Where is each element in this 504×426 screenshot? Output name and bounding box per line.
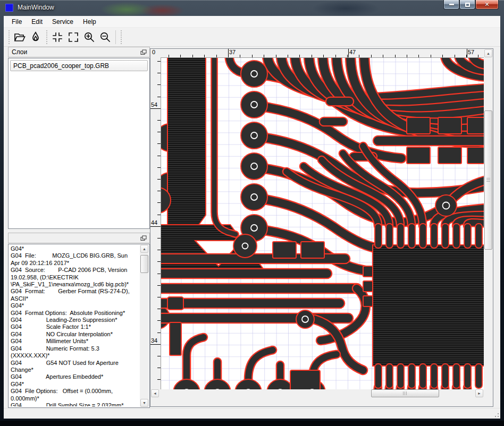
- zoom-in-icon: [83, 31, 96, 44]
- pcb-smd-pad: [301, 242, 324, 258]
- info-scrollbar[interactable]: ▲ ▼: [140, 245, 149, 407]
- pcb-smd-pad: [407, 147, 430, 164]
- pcb-gerber-view: [161, 58, 484, 398]
- toolbar-drag-handle[interactable]: [45, 30, 48, 44]
- open-file-icon: [13, 31, 26, 44]
- pcb-pad: [241, 184, 267, 210]
- zoom-out-button[interactable]: [97, 29, 113, 45]
- pcb-pad: [241, 61, 267, 87]
- pcb-smd-pad: [407, 117, 430, 134]
- client-area: FileEditServiceHelp: [4, 16, 500, 408]
- scrollbar-corner: [484, 389, 493, 398]
- float-panel-button[interactable]: [140, 235, 147, 242]
- ruler-label: 47: [349, 49, 356, 55]
- app-icon: [5, 4, 13, 12]
- menu-bar: FileEditServiceHelp: [4, 16, 500, 28]
- zoom-region-button[interactable]: [49, 29, 65, 45]
- ruler-label: 34: [151, 337, 157, 344]
- pcb-pad: [233, 234, 257, 258]
- window-title: MainWindow: [18, 4, 54, 11]
- scroll-up-arrow[interactable]: ▲: [484, 49, 492, 57]
- ruler-major-tick: [150, 226, 161, 227]
- toolbar-separator: [115, 30, 116, 44]
- ruler-major-tick: [228, 49, 229, 57]
- gerber-viewport: 0 374757 544434: [150, 48, 493, 407]
- pcb-pad: [241, 91, 267, 118]
- horizontal-scrollbar[interactable]: ◄ ►: [150, 389, 484, 398]
- pcb-pad: [363, 281, 373, 292]
- status-bar: [4, 408, 500, 419]
- pcb-smd-pad: [438, 117, 461, 134]
- ruler-major-tick: [150, 108, 161, 109]
- ruler-label: 37: [229, 49, 236, 55]
- maximize-button[interactable]: [459, 0, 475, 10]
- menu-help[interactable]: Help: [78, 16, 101, 27]
- scroll-left-arrow[interactable]: ◄: [151, 389, 159, 397]
- ruler-major-tick: [348, 49, 349, 57]
- pcb-ic-footprint: [373, 245, 484, 366]
- zoom-out-icon: [99, 31, 112, 44]
- pcb-pad: [241, 122, 267, 149]
- layer-item[interactable]: PCB_pcad2006_cooper_top.GRB: [10, 60, 148, 71]
- info-panel-header: [8, 233, 150, 243]
- pcb-smd-pad: [467, 147, 484, 164]
- ruler-label: 57: [468, 49, 474, 55]
- ruler-major-tick: [467, 49, 467, 57]
- layers-panel-header: Слои: [8, 47, 150, 57]
- scroll-down-arrow[interactable]: ▼: [140, 399, 148, 407]
- pcb-pad: [167, 297, 183, 310]
- pcb-via: [435, 195, 457, 216]
- pcb-smd-pad: [467, 117, 484, 134]
- ruler-left: 544434: [150, 57, 161, 398]
- open-file-button[interactable]: [12, 29, 28, 45]
- close-button[interactable]: ✕: [475, 0, 499, 10]
- minimize-icon: [449, 4, 454, 5]
- gerber-info-panel: G04* G04 File: MOZG_LCD6 BIG.GRB, Sun Ap…: [8, 244, 150, 408]
- pcb-smd-pad: [438, 147, 461, 164]
- scrollbar-thumb[interactable]: [484, 110, 492, 250]
- pcb-pour: [167, 58, 206, 234]
- scroll-up-arrow[interactable]: ▲: [140, 245, 148, 253]
- ruler-label: 54: [151, 101, 157, 108]
- float-icon: [140, 49, 147, 55]
- burn-button[interactable]: [28, 29, 44, 45]
- float-icon: [140, 235, 147, 241]
- gerber-header-text[interactable]: G04* G04 File: MOZG_LCD6 BIG.GRB, Sun Ap…: [11, 245, 139, 406]
- pcb-pad: [170, 322, 181, 355]
- burn-flame-icon: [29, 31, 42, 44]
- ruler-top: 374757: [161, 49, 484, 57]
- title-bar[interactable]: MainWindow ✕: [0, 0, 504, 16]
- menu-service[interactable]: Service: [47, 16, 78, 27]
- zoom-region-icon: [51, 31, 64, 44]
- layers-list[interactable]: PCB_pcad2006_cooper_top.GRB: [8, 58, 150, 229]
- zoom-extents-button[interactable]: [65, 29, 81, 45]
- menu-file[interactable]: File: [7, 16, 27, 27]
- scroll-right-arrow[interactable]: ►: [475, 389, 483, 397]
- scrollbar-thumb[interactable]: [140, 255, 148, 273]
- ruler-label: 44: [151, 219, 157, 226]
- toolbar-drag-handle[interactable]: [7, 30, 10, 44]
- pcb-pad: [363, 266, 373, 277]
- menu-edit[interactable]: Edit: [27, 16, 47, 27]
- pcb-smd-pad: [273, 242, 296, 258]
- maximize-icon: [465, 3, 470, 7]
- toolbar: [4, 28, 500, 47]
- minimize-button[interactable]: [443, 0, 459, 10]
- toolbar-drag-handle[interactable]: [120, 30, 122, 44]
- pcb-canvas[interactable]: [161, 57, 484, 398]
- zoom-extents-icon: [67, 31, 80, 44]
- main-window: MainWindow ✕ FileEditServiceHelp: [0, 0, 504, 421]
- layers-panel-title: Слои: [12, 48, 27, 56]
- pcb-via: [296, 310, 314, 328]
- ruler-major-tick: [150, 344, 161, 345]
- close-icon: ✕: [484, 2, 489, 7]
- resize-grip[interactable]: [493, 411, 499, 418]
- pcb-pad: [363, 296, 373, 306]
- vertical-scrollbar[interactable]: ▲ ▼: [484, 49, 493, 398]
- float-panel-button[interactable]: [140, 49, 147, 56]
- scrollbar-thumb[interactable]: [371, 389, 439, 397]
- ruler-corner-label: 0: [150, 49, 161, 57]
- pcb-pad: [241, 153, 267, 180]
- zoom-in-button[interactable]: [81, 29, 97, 45]
